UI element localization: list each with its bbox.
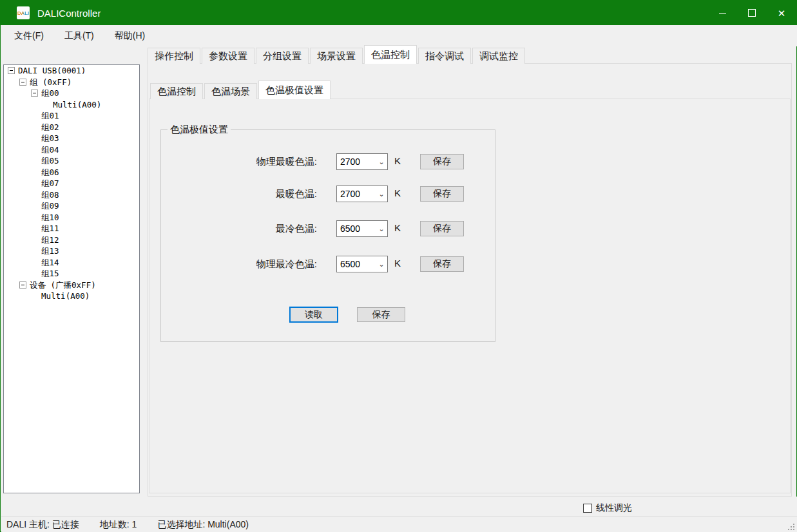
tree-item-label: 组00 [41, 88, 59, 99]
tree-item-label: 组 (0xFF) [30, 77, 72, 88]
chevron-down-icon[interactable]: ⌄ [376, 225, 387, 233]
tree-item[interactable]: 组13 [4, 245, 139, 257]
tree-leaf-spacer [31, 212, 41, 223]
cct-value-combobox[interactable]: 6500⌄ [336, 256, 388, 272]
tab-main-0[interactable]: 操作控制 [148, 48, 200, 64]
tree-item-label: Multi(A00) [41, 290, 90, 301]
tab-sub-1[interactable]: 色温场景 [204, 83, 257, 99]
cct-value-combobox[interactable]: 2700⌄ [336, 185, 388, 202]
tree-item-label: 组09 [41, 200, 59, 211]
chevron-down-icon[interactable]: ⌄ [376, 260, 387, 269]
menu-item-1[interactable]: 工具(T) [57, 26, 102, 46]
tree-indent [4, 155, 31, 167]
kelvin-unit-label: K [394, 258, 401, 269]
tree-item-label: 组03 [41, 133, 59, 144]
tab-main-2[interactable]: 分组设置 [256, 48, 309, 64]
tree-collapse-icon[interactable] [19, 79, 26, 86]
menu-item-0[interactable]: 文件(F) [6, 26, 52, 46]
cct-row-save-button[interactable]: 保存 [420, 154, 464, 169]
tree-leaf-spacer [31, 155, 41, 167]
resize-grip[interactable] [787, 522, 794, 530]
tab-sub-0[interactable]: 色温控制 [150, 83, 203, 99]
tree-item[interactable]: 组02 [4, 122, 139, 133]
tree-indent [4, 223, 31, 234]
cct-combobox-value: 2700 [337, 189, 376, 199]
linear-dimming-checkbox[interactable] [583, 504, 592, 513]
cct-row-label: 最暖色温: [161, 188, 317, 200]
tree-item[interactable]: 组06 [4, 167, 139, 178]
maximize-button[interactable] [737, 1, 767, 25]
save-all-button[interactable]: 保存 [357, 307, 405, 322]
tab-main-3[interactable]: 场景设置 [310, 48, 363, 64]
tab-main-1[interactable]: 参数设置 [202, 48, 254, 64]
tree-item[interactable]: Multi(A00) [4, 290, 139, 302]
tab-main-4[interactable]: 色温控制 [364, 45, 417, 64]
tree-leaf-spacer [31, 200, 41, 212]
tab-main-5[interactable]: 指令调试 [418, 48, 471, 64]
tree-item-label: 组14 [41, 257, 59, 268]
menu-item-2[interactable]: 帮助(H) [107, 26, 153, 46]
cct-row-save-button[interactable]: 保存 [420, 186, 464, 202]
tab-main-6[interactable]: 调试监控 [472, 48, 525, 64]
tree-indent [4, 234, 31, 246]
tree-item[interactable]: 组 (0xFF) [4, 77, 139, 88]
read-button[interactable]: 读取 [289, 307, 338, 323]
tree-item[interactable]: DALI USB(0001) [4, 65, 139, 77]
tree-item[interactable]: 组07 [4, 178, 139, 189]
tree-item[interactable]: 组12 [4, 234, 139, 246]
tree-collapse-icon[interactable] [31, 90, 38, 97]
tree-item[interactable]: 组14 [4, 257, 139, 269]
tree-item-label: Multi(A00) [53, 99, 101, 110]
linear-dimming-label: 线性调光 [596, 502, 632, 514]
tree-item[interactable]: 组10 [4, 212, 139, 223]
tree-item-label: 组10 [41, 212, 59, 223]
tree-indent [4, 110, 31, 122]
cct-form-row: 最冷色温:6500⌄K保存 [161, 220, 495, 237]
tree-leaf-spacer [31, 144, 41, 156]
tree-item[interactable]: 组04 [4, 144, 139, 156]
cct-value-combobox[interactable]: 6500⌄ [336, 220, 388, 237]
tree-indent [4, 167, 31, 178]
status-host: DALI 主机: 已连接 [6, 519, 79, 531]
cct-form-row: 物理最暖色温:2700⌄K保存 [161, 153, 495, 170]
cct-value-combobox[interactable]: 2700⌄ [336, 153, 388, 170]
tree-collapse-icon[interactable] [8, 67, 15, 74]
tree-item[interactable]: 组15 [4, 268, 139, 280]
tree-leaf-spacer [31, 167, 41, 178]
tree-item[interactable]: 组09 [4, 200, 139, 212]
tree-item-label: 组08 [41, 189, 59, 200]
tree-item[interactable]: Multi(A00) [4, 99, 139, 111]
close-button[interactable]: ✕ [767, 1, 796, 25]
cct-row-save-button[interactable]: 保存 [420, 221, 464, 236]
tree-item[interactable]: 组03 [4, 133, 139, 144]
app-icon: DALI [17, 6, 30, 19]
tree-item-label: 组06 [41, 167, 59, 178]
tree-item[interactable]: 组05 [4, 155, 139, 167]
tree-leaf-spacer [31, 110, 41, 122]
tree-leaf-spacer [31, 178, 41, 189]
kelvin-unit-label: K [394, 187, 401, 198]
linear-dimming-option[interactable]: 线性调光 [583, 502, 632, 514]
status-address-count: 地址数: 1 [100, 519, 137, 531]
minimize-button[interactable] [707, 1, 737, 25]
tree-item-label: 组15 [41, 268, 59, 279]
cct-combobox-value: 6500 [337, 223, 376, 234]
chevron-down-icon[interactable]: ⌄ [376, 190, 387, 198]
tab-sub-2[interactable]: 色温极值设置 [258, 81, 331, 99]
app-window: DALI DALIController ✕ 文件(F)工具(T)帮助(H) DA… [0, 0, 797, 532]
tree-item[interactable]: 设备 (广播0xFF) [4, 280, 139, 291]
tree-item[interactable]: 组11 [4, 223, 139, 234]
tree-item[interactable]: 组00 [4, 88, 139, 99]
tree-indent [4, 99, 43, 111]
cct-limits-groupbox: 色温极值设置 物理最暖色温:2700⌄K保存最暖色温:2700⌄K保存最冷色温:… [160, 129, 495, 342]
tree-collapse-icon[interactable] [19, 281, 26, 289]
tree-item[interactable]: 组08 [4, 189, 139, 201]
tree-item-label: 组04 [41, 144, 59, 155]
cct-row-save-button[interactable]: 保存 [420, 256, 464, 272]
tree-item[interactable]: 组01 [4, 110, 139, 122]
chevron-down-icon[interactable]: ⌄ [376, 158, 387, 166]
tree-item-label: 组02 [41, 122, 59, 133]
tree-item-label: DALI USB(0001) [18, 65, 86, 76]
tree-indent [4, 144, 31, 156]
device-tree: DALI USB(0001)组 (0xFF)组00Multi(A00)组01组0… [3, 64, 140, 493]
